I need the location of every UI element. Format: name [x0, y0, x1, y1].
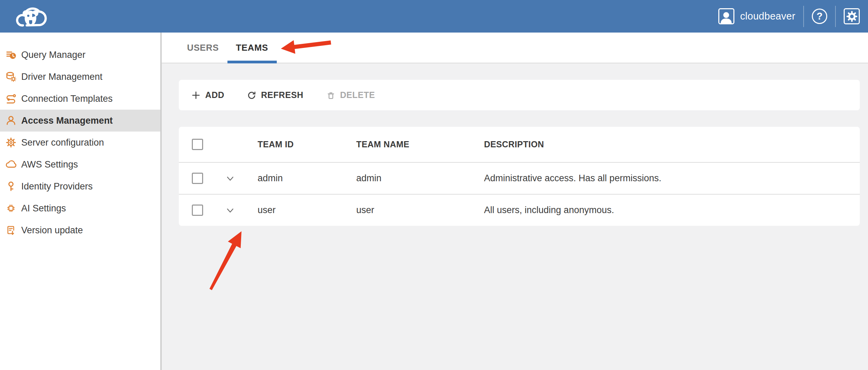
expand-chevron-icon[interactable] [225, 173, 236, 184]
sidebar-item-label: AWS Settings [21, 159, 78, 170]
sidebar-item-label: Server configuration [21, 137, 104, 148]
sidebar-item-access-management[interactable]: Access Management [0, 110, 160, 132]
table-row-user[interactable]: user user All users, including anonymous… [179, 194, 860, 226]
trash-icon [326, 90, 336, 100]
ai-settings-icon [5, 202, 19, 214]
cell-team-id: admin [258, 173, 356, 184]
aws-settings-icon [5, 159, 19, 170]
cell-team-name: user [356, 205, 484, 215]
user-avatar-icon[interactable] [718, 8, 734, 24]
connection-templates-icon [5, 93, 19, 104]
delete-button[interactable]: DELETE [326, 90, 375, 100]
teams-toolbar: ADD REFRESH [179, 80, 860, 110]
query-manager-icon [5, 49, 19, 61]
sidebar-item-label: Identity Providers [21, 181, 93, 192]
table-header-row: TEAM ID TEAM NAME DESCRIPTION [179, 127, 860, 162]
sidebar-item-ai-settings[interactable]: AI Settings [0, 197, 160, 219]
user-name-label: cloudbeaver [740, 11, 795, 22]
driver-management-icon [5, 71, 19, 83]
admin-sidebar: Query Manager [0, 33, 162, 370]
help-icon[interactable]: ? [812, 9, 827, 24]
cloudbeaver-admin-page: cloudbeaver ? [0, 0, 868, 370]
sidebar-item-version-update[interactable]: Version update [0, 219, 160, 241]
row-checkbox[interactable] [192, 173, 203, 184]
version-update-icon [5, 224, 19, 236]
sidebar-item-label: AI Settings [21, 203, 66, 214]
tab-teams[interactable]: TEAMS [227, 33, 277, 63]
refresh-button[interactable]: REFRESH [247, 90, 303, 100]
top-header-bar: cloudbeaver ? [0, 0, 868, 33]
sidebar-item-label: Version update [21, 225, 83, 236]
settings-gear-icon[interactable] [844, 8, 860, 24]
sidebar-item-label: Access Management [21, 115, 113, 126]
refresh-icon [247, 90, 257, 100]
access-management-icon [5, 115, 19, 126]
row-checkbox[interactable] [192, 205, 203, 216]
access-management-tabs: USERS TEAMS [162, 33, 868, 63]
sidebar-item-aws-settings[interactable]: AWS Settings [0, 153, 160, 175]
cell-team-name: admin [356, 173, 484, 184]
server-configuration-icon [5, 137, 19, 148]
annotation-arrow-teams-tab [276, 33, 336, 57]
cloudbeaver-logo [12, 4, 48, 28]
column-header-team-id: TEAM ID [258, 139, 356, 149]
header-divider [803, 6, 804, 27]
expand-chevron-icon[interactable] [225, 205, 236, 216]
sidebar-item-label: Driver Management [21, 72, 102, 82]
plus-icon [191, 90, 201, 100]
sidebar-item-connection-templates[interactable]: Connection Templates [0, 88, 160, 110]
select-all-checkbox[interactable] [192, 139, 203, 150]
add-button[interactable]: ADD [191, 90, 224, 100]
cell-description: All users, including anonymous. [484, 205, 860, 215]
cell-description: Administrative access. Has all permissio… [484, 173, 860, 184]
active-tab-underline [227, 61, 277, 63]
tab-users[interactable]: USERS [178, 33, 227, 63]
sidebar-item-server-configuration[interactable]: Server configuration [0, 132, 160, 153]
column-header-team-name: TEAM NAME [356, 139, 484, 149]
annotation-arrow-user-row-expander [204, 224, 248, 295]
sidebar-item-query-manager[interactable]: Query Manager [0, 44, 160, 66]
cell-team-id: user [258, 205, 356, 215]
identity-providers-icon [5, 181, 19, 192]
header-divider [835, 6, 836, 27]
sidebar-item-label: Connection Templates [21, 94, 113, 104]
sidebar-item-identity-providers[interactable]: Identity Providers [0, 175, 160, 197]
table-row-admin[interactable]: admin admin Administrative access. Has a… [179, 162, 860, 194]
column-header-description: DESCRIPTION [484, 139, 860, 149]
sidebar-item-driver-management[interactable]: Driver Management [0, 66, 160, 88]
teams-table: TEAM ID TEAM NAME DESCRIPTION [179, 127, 860, 226]
sidebar-item-label: Query Manager [21, 50, 86, 60]
